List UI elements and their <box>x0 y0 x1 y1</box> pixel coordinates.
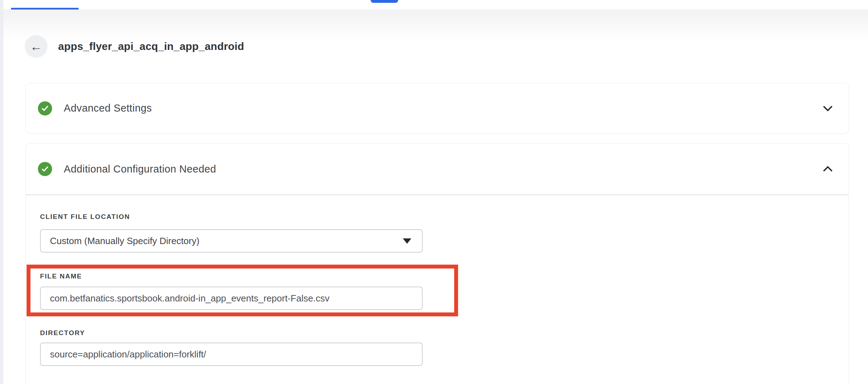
expand-section-button[interactable] <box>822 103 833 114</box>
page-title: apps_flyer_api_acq_in_app_android <box>58 40 244 52</box>
back-button[interactable]: ← <box>25 35 47 58</box>
page-header: ← apps_flyer_api_acq_in_app_android <box>25 35 244 58</box>
section-card-advanced-settings: Advanced Settings <box>26 83 849 134</box>
chevron-up-icon <box>823 166 833 175</box>
section-title: Advanced Settings <box>64 102 152 114</box>
triangle-down-icon <box>403 238 411 244</box>
file-name-label: FILE NAME <box>40 272 82 280</box>
section-card-additional-configuration: Additional Configuration Needed CLIENT F… <box>26 143 849 384</box>
section-header-additional-configuration[interactable]: Additional Configuration Needed <box>26 143 849 195</box>
client-file-location-label: CLIENT FILE LOCATION <box>40 213 130 221</box>
page-left-edge <box>0 0 3 384</box>
check-icon <box>38 162 52 176</box>
active-tab-indicator <box>11 8 79 10</box>
section-form: CLIENT FILE LOCATION Custom (Manually Sp… <box>26 195 849 384</box>
top-tab-bar <box>0 0 868 10</box>
file-name-input[interactable] <box>40 287 423 310</box>
collapse-section-button[interactable] <box>822 164 833 174</box>
section-title: Additional Configuration Needed <box>64 163 216 175</box>
arrow-left-icon: ← <box>30 40 42 52</box>
config-page: ← apps_flyer_api_acq_in_app_android Adva… <box>0 0 868 384</box>
section-header-advanced-settings[interactable]: Advanced Settings <box>26 83 849 133</box>
check-icon <box>38 101 52 115</box>
chevron-down-icon <box>823 102 833 112</box>
primary-button-partial[interactable] <box>371 0 398 3</box>
client-file-location-selected-value: Custom (Manually Specify Directory) <box>50 236 199 247</box>
client-file-location-select[interactable]: Custom (Manually Specify Directory) <box>40 229 423 253</box>
directory-label: DIRECTORY <box>40 329 85 337</box>
directory-input[interactable] <box>40 343 423 366</box>
